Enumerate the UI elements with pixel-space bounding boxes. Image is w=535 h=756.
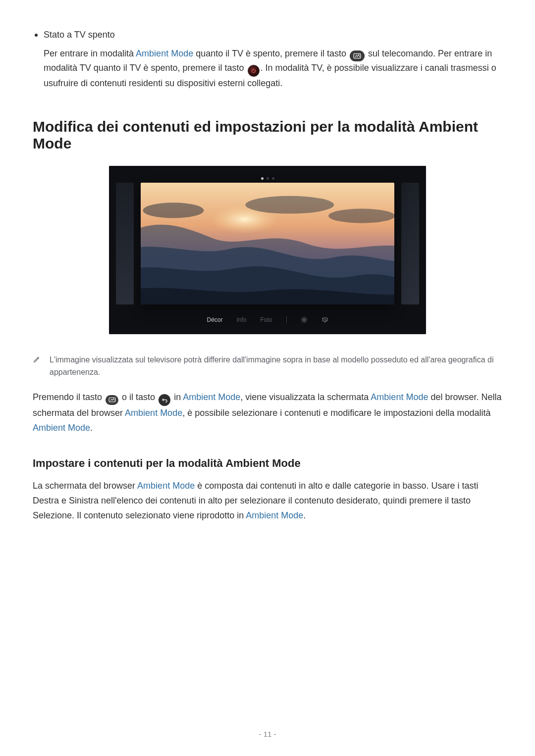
bullet-list: Stato a TV spento Per entrare in modalit… bbox=[33, 30, 502, 91]
bullet-body: Per entrare in modalità Ambient Mode qua… bbox=[44, 47, 502, 91]
carousel-main-image bbox=[141, 183, 394, 304]
ambient-mode-link[interactable]: Ambient Mode bbox=[125, 408, 182, 418]
back-button-icon bbox=[159, 394, 170, 406]
section-heading: Modifica dei contenuti ed impostazioni p… bbox=[33, 118, 502, 152]
svg-point-3 bbox=[143, 202, 204, 218]
text: in bbox=[171, 392, 183, 402]
svg-line-14 bbox=[302, 321, 302, 322]
screen-off-icon[interactable] bbox=[321, 316, 328, 323]
ambient-mode-link[interactable]: Ambient Mode bbox=[137, 481, 195, 491]
tv-bottom-bar: Décor Info Foto bbox=[116, 310, 419, 329]
dot bbox=[267, 177, 269, 180]
text: . bbox=[90, 423, 93, 433]
carousel bbox=[116, 183, 419, 304]
dot-active bbox=[261, 177, 264, 180]
text: o il tasto bbox=[119, 392, 158, 402]
separator bbox=[286, 316, 287, 323]
svg-point-4 bbox=[245, 196, 334, 214]
text: , è possibile selezionare i contenuti e … bbox=[182, 408, 490, 418]
note: L'immagine visualizzata sul televisore p… bbox=[33, 354, 502, 379]
tab-info[interactable]: Info bbox=[236, 316, 246, 323]
text: Premendo il tasto bbox=[33, 392, 105, 402]
carousel-prev-peek bbox=[116, 183, 134, 304]
svg-line-18 bbox=[38, 357, 39, 358]
page-number: - 11 - bbox=[0, 730, 535, 738]
power-button-icon bbox=[248, 65, 260, 77]
svg-line-12 bbox=[306, 321, 306, 322]
subsection-heading: Impostare i contenuti per la modalità Am… bbox=[33, 457, 502, 470]
note-icon bbox=[33, 355, 41, 379]
text: , viene visualizzata la schermata bbox=[240, 392, 371, 402]
ambient-mode-link[interactable]: Ambient Mode bbox=[183, 392, 240, 402]
text: . bbox=[303, 510, 306, 520]
tv-screenshot: Décor Info Foto bbox=[109, 166, 426, 334]
svg-line-11 bbox=[302, 317, 302, 318]
tab-decor[interactable]: Décor bbox=[207, 316, 222, 323]
ambient-mode-link[interactable]: Ambient Mode bbox=[371, 392, 428, 402]
svg-line-17 bbox=[323, 318, 326, 320]
ambient-mode-link[interactable]: Ambient Mode bbox=[33, 423, 90, 433]
text: La schermata del browser bbox=[33, 481, 137, 491]
paragraph-1: Premendo il tasto o il tasto in Ambient … bbox=[33, 390, 502, 435]
note-text: L'immagine visualizzata sul televisore p… bbox=[50, 354, 502, 379]
svg-point-6 bbox=[303, 319, 305, 321]
settings-icon[interactable] bbox=[301, 316, 308, 323]
bullet-title: Stato a TV spento bbox=[44, 30, 502, 40]
carousel-next-peek bbox=[401, 183, 419, 304]
svg-line-13 bbox=[306, 317, 306, 318]
svg-point-5 bbox=[328, 208, 394, 223]
ambient-button-icon bbox=[106, 395, 118, 405]
tab-foto[interactable]: Foto bbox=[261, 316, 272, 323]
dot bbox=[272, 177, 274, 180]
carousel-dots bbox=[116, 173, 419, 181]
bullet-item: Stato a TV spento Per entrare in modalit… bbox=[44, 30, 502, 91]
ambient-mode-link[interactable]: Ambient Mode bbox=[136, 49, 193, 58]
paragraph-2: La schermata del browser Ambient Mode è … bbox=[33, 479, 502, 523]
text: quanto il TV è spento, premere il tasto bbox=[193, 49, 349, 58]
text: Per entrare in modalità bbox=[44, 49, 136, 58]
ambient-button-icon bbox=[350, 50, 365, 61]
ambient-mode-link[interactable]: Ambient Mode bbox=[246, 510, 303, 520]
page: Stato a TV spento Per entrare in modalit… bbox=[0, 0, 535, 756]
